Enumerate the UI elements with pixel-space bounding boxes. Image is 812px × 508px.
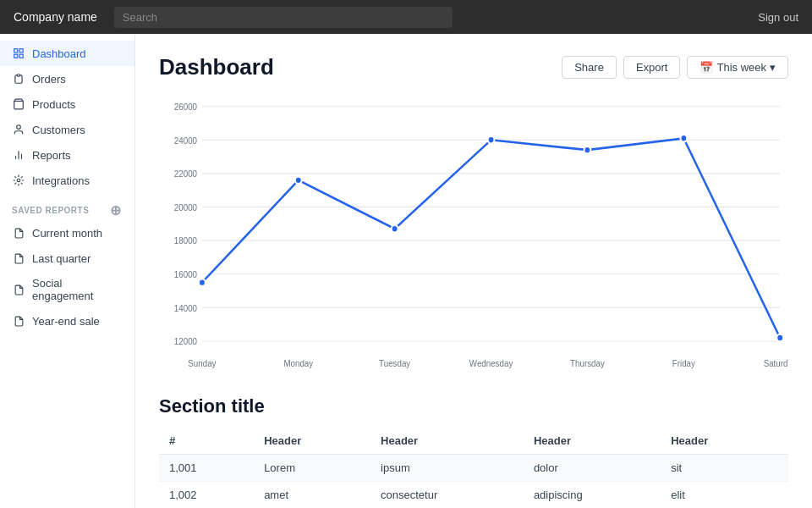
page-title: Dashboard (159, 54, 274, 80)
section-title: Section title (159, 395, 788, 417)
svg-point-35 (392, 225, 398, 233)
sidebar-item-reports[interactable]: Reports (0, 142, 134, 168)
svg-point-9 (17, 179, 20, 182)
saved-report-year-end-sale[interactable]: Year-end sale (0, 308, 134, 334)
document-icon (12, 251, 25, 265)
svg-text:Tuesday: Tuesday (379, 358, 411, 367)
table-cell: 1,002 (159, 482, 254, 509)
calendar-icon: 📅 (700, 61, 713, 74)
svg-text:24000: 24000 (174, 135, 197, 145)
export-button[interactable]: Export (623, 56, 681, 79)
svg-rect-2 (14, 54, 18, 58)
table-cell: Lorem (254, 455, 370, 482)
svg-point-39 (776, 334, 783, 342)
svg-text:18000: 18000 (174, 236, 197, 246)
table-header: # (159, 428, 254, 455)
svg-point-33 (199, 279, 206, 286)
table-cell: amet (254, 482, 370, 509)
reports-icon (12, 148, 25, 162)
search-container (114, 7, 741, 28)
document-icon (12, 314, 25, 328)
saved-report-label: Year-end sale (32, 315, 100, 328)
chevron-down-icon: ▾ (770, 61, 776, 74)
saved-report-label: Social engagement (32, 277, 123, 302)
sidebar-item-label: Products (32, 98, 75, 111)
svg-point-36 (488, 136, 495, 144)
orders-icon (12, 72, 25, 86)
customers-icon (12, 123, 25, 136)
saved-report-current-month[interactable]: Current month (0, 220, 134, 246)
data-table: #HeaderHeaderHeaderHeader 1,001Loremipsu… (159, 428, 788, 508)
this-week-label: This week (716, 61, 766, 74)
svg-text:26000: 26000 (174, 102, 197, 112)
table-row: 1,002ametconsecteturadipiscingelit (159, 482, 788, 509)
svg-text:22000: 22000 (174, 169, 197, 179)
svg-rect-3 (19, 54, 23, 58)
saved-report-label: Current month (32, 227, 102, 240)
sidebar-item-customers[interactable]: Customers (0, 117, 134, 142)
topbar: Company name Sign out (0, 0, 812, 34)
svg-text:Monday: Monday (283, 358, 314, 367)
add-saved-report-icon[interactable]: ⊕ (109, 203, 123, 217)
products-icon (12, 97, 25, 111)
svg-text:12000: 12000 (174, 337, 197, 346)
table-cell: adipiscing (524, 482, 661, 509)
sidebar-item-products[interactable]: Products (0, 91, 134, 117)
table-cell: consectetur (370, 482, 524, 509)
svg-text:Saturday: Saturday (764, 358, 788, 367)
saved-reports-section: Saved Reports ⊕ (0, 193, 134, 220)
table-row: 1,001Loremipsumdolorsit (159, 455, 788, 482)
integrations-icon (12, 174, 25, 187)
table-cell: 1,001 (159, 455, 254, 482)
svg-text:20000: 20000 (174, 202, 197, 212)
document-icon (12, 283, 25, 296)
main-content: Dashboard Share Export 📅 This week ▾ 260… (135, 34, 812, 508)
brand-name: Company name (14, 10, 97, 24)
svg-point-34 (295, 177, 302, 185)
sidebar-item-label: Customers (32, 124, 85, 136)
table-header: Header (661, 428, 788, 455)
share-button[interactable]: Share (562, 56, 617, 79)
sidebar-item-label: Reports (32, 149, 71, 162)
layout: DashboardOrdersProductsCustomersReportsI… (0, 34, 812, 508)
table-cell: sit (661, 455, 788, 482)
svg-point-37 (584, 146, 591, 154)
svg-point-5 (17, 125, 21, 130)
svg-point-38 (680, 135, 687, 142)
table-header: Header (254, 428, 370, 455)
line-chart: 2600024000220002000018000160001400012000… (159, 97, 788, 368)
svg-rect-0 (14, 49, 18, 52)
saved-report-last-quarter[interactable]: Last quarter (0, 246, 134, 271)
svg-text:Thursday: Thursday (570, 358, 606, 367)
saved-reports-label: Saved Reports (12, 206, 89, 215)
saved-report-label: Last quarter (32, 252, 91, 265)
table-cell: ipsum (370, 455, 524, 482)
table-header: Header (524, 428, 661, 455)
sidebar-item-integrations[interactable]: Integrations (0, 168, 134, 193)
sidebar-item-dashboard[interactable]: Dashboard (0, 41, 134, 66)
sign-out-button[interactable]: Sign out (758, 11, 798, 24)
document-icon (12, 226, 25, 240)
table-header: Header (370, 428, 524, 455)
page-header: Dashboard Share Export 📅 This week ▾ (159, 54, 788, 80)
sidebar: DashboardOrdersProductsCustomersReportsI… (0, 34, 135, 508)
table-cell: elit (661, 482, 788, 509)
search-input[interactable] (114, 7, 453, 28)
svg-text:Wednesday: Wednesday (469, 358, 513, 367)
svg-text:Sunday: Sunday (188, 358, 217, 367)
table-cell: dolor (524, 455, 661, 482)
this-week-button[interactable]: 📅 This week ▾ (687, 56, 788, 79)
header-actions: Share Export 📅 This week ▾ (562, 56, 788, 79)
sidebar-item-orders[interactable]: Orders (0, 66, 134, 91)
svg-rect-1 (19, 49, 23, 52)
sidebar-item-label: Integrations (32, 174, 90, 187)
svg-text:Friday: Friday (672, 358, 696, 367)
sidebar-item-label: Orders (32, 73, 66, 86)
dashboard-icon (12, 47, 25, 60)
saved-report-social-engagement[interactable]: Social engagement (0, 271, 134, 308)
sidebar-item-label: Dashboard (32, 47, 86, 60)
svg-text:14000: 14000 (174, 303, 197, 312)
svg-text:16000: 16000 (174, 270, 197, 279)
